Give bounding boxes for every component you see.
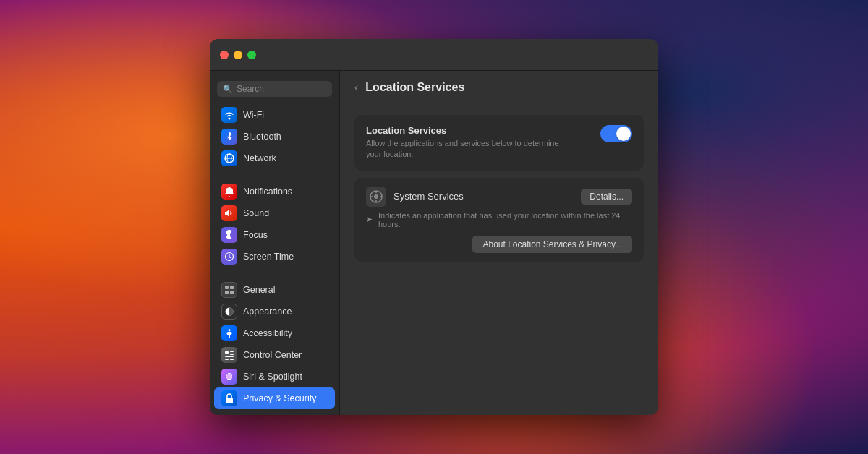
focus-icon	[221, 227, 237, 243]
sidebar-item-appearance[interactable]: Appearance	[214, 301, 335, 322]
location-arrow-icon: ➤	[366, 215, 373, 224]
system-services-label: System Services	[393, 191, 464, 202]
location-services-title: Location Services	[366, 125, 569, 136]
window-body: 🔍 Search Wi-Fi	[210, 71, 658, 415]
about-button-row: About Location Services & Privacy...	[366, 236, 632, 253]
sidebar-label-sound: Sound	[243, 208, 269, 218]
search-icon: 🔍	[223, 85, 233, 94]
search-container: 🔍 Search	[210, 77, 339, 104]
system-services-left: System Services	[366, 187, 464, 207]
indicator-text: Indicates an application that has used y…	[378, 211, 632, 228]
about-location-button[interactable]: About Location Services & Privacy...	[472, 236, 632, 253]
network-icon	[221, 150, 237, 166]
svg-rect-14	[225, 359, 229, 360]
sidebar-label-privacy: Privacy & Security	[243, 393, 316, 403]
system-services-row: System Services Details...	[366, 187, 632, 207]
search-placeholder: Search	[237, 84, 264, 94]
sidebar-item-wifi[interactable]: Wi-Fi	[214, 104, 335, 126]
system-preferences-window: 🔍 Search Wi-Fi	[210, 39, 658, 415]
screentime-icon	[221, 249, 237, 265]
accessibility-icon	[221, 325, 237, 341]
page-title: Location Services	[365, 81, 464, 94]
sidebar-item-focus[interactable]: Focus	[214, 224, 335, 246]
svg-rect-13	[230, 354, 234, 355]
back-button[interactable]: ‹	[354, 82, 358, 93]
sidebar-label-accessibility: Accessibility	[243, 328, 292, 338]
sidebar-item-screentime[interactable]: Screen Time	[214, 246, 335, 267]
sidebar-item-general[interactable]: General	[214, 279, 335, 301]
main-header: ‹ Location Services	[340, 71, 658, 103]
sidebar-label-notifications: Notifications	[243, 187, 292, 197]
svg-rect-11	[230, 351, 234, 352]
svg-rect-4	[225, 286, 229, 289]
sidebar-group-network: Wi-Fi Bluetooth	[210, 104, 339, 169]
sidebar-item-privacy[interactable]: Privacy & Security	[214, 387, 335, 409]
toggle-knob	[616, 127, 631, 141]
close-button[interactable]	[220, 51, 229, 59]
sidebar-label-bluetooth: Bluetooth	[243, 132, 281, 142]
traffic-lights	[220, 51, 256, 59]
bluetooth-icon	[221, 129, 237, 145]
main-body: Location Services Allow the applications…	[340, 103, 658, 415]
svg-rect-7	[230, 291, 234, 294]
location-services-text: Location Services Allow the applications…	[366, 125, 569, 160]
svg-rect-5	[230, 286, 234, 289]
location-services-toggle[interactable]	[600, 125, 632, 142]
svg-rect-10	[225, 351, 229, 354]
location-services-row: Location Services Allow the applications…	[366, 125, 632, 160]
svg-rect-6	[225, 291, 229, 294]
sidebar-item-controlcenter[interactable]: Control Center	[214, 344, 335, 366]
sidebar-item-accessibility[interactable]: Accessibility	[214, 322, 335, 344]
sidebar-item-bluetooth[interactable]: Bluetooth	[214, 126, 335, 147]
location-services-card: Location Services Allow the applications…	[354, 115, 644, 171]
sidebar-item-network[interactable]: Network	[214, 147, 335, 169]
system-services-icon	[366, 187, 386, 207]
sidebar-item-sound[interactable]: Sound	[214, 202, 335, 224]
sidebar-label-screentime: Screen Time	[243, 252, 294, 262]
sidebar-group-alerts: Notifications Sound	[210, 181, 339, 267]
appearance-icon	[221, 304, 237, 320]
sidebar-label-controlcenter: Control Center	[243, 350, 302, 360]
indicator-row: ➤ Indicates an application that has used…	[366, 207, 632, 230]
main-content: ‹ Location Services Location Services Al…	[340, 71, 658, 415]
siri-icon	[221, 369, 237, 385]
wifi-icon	[221, 107, 237, 123]
sidebar-item-notifications[interactable]: Notifications	[214, 181, 335, 202]
sidebar-group-system: General Appearance	[210, 279, 339, 409]
sidebar-label-wifi: Wi-Fi	[243, 110, 264, 120]
svg-rect-15	[230, 359, 234, 360]
svg-point-9	[229, 329, 231, 331]
titlebar	[210, 39, 658, 71]
general-icon	[221, 282, 237, 298]
svg-point-30	[374, 194, 378, 199]
sidebar-label-general: General	[243, 285, 275, 295]
details-button[interactable]: Details...	[581, 189, 632, 205]
minimize-button[interactable]	[234, 51, 242, 59]
sound-icon	[221, 205, 237, 221]
search-box[interactable]: 🔍 Search	[217, 81, 332, 97]
privacy-icon	[221, 390, 237, 406]
maximize-button[interactable]	[247, 51, 256, 59]
svg-rect-12	[225, 356, 234, 357]
sidebar-label-focus: Focus	[243, 230, 268, 240]
sidebar-label-appearance: Appearance	[243, 307, 292, 317]
svg-rect-20	[226, 398, 233, 403]
sidebar: 🔍 Search Wi-Fi	[210, 71, 340, 415]
controlcenter-icon	[221, 347, 237, 363]
system-services-card: System Services Details... ➤ Indicates a…	[354, 178, 644, 262]
sidebar-item-siri[interactable]: Siri & Spotlight	[214, 366, 335, 387]
sidebar-label-siri: Siri & Spotlight	[243, 372, 302, 382]
notifications-icon	[221, 184, 237, 200]
sidebar-label-network: Network	[243, 153, 276, 163]
location-services-description: Allow the applications and services belo…	[366, 138, 569, 160]
